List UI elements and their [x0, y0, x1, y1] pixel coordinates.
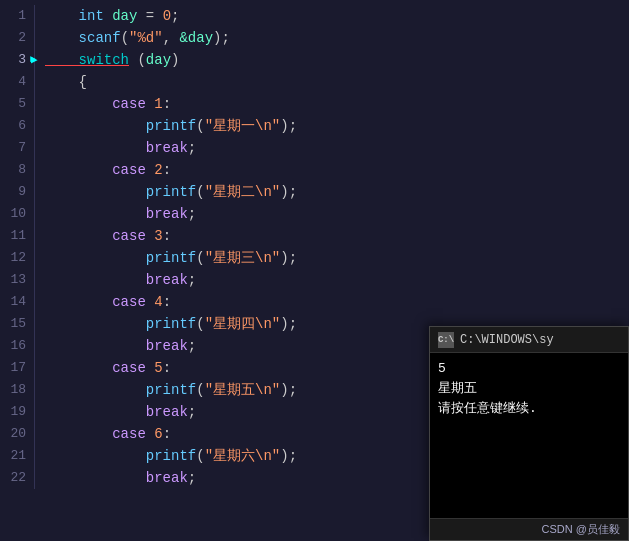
terminal-output-1: 5: [438, 359, 620, 379]
line-num-5: 5: [8, 93, 26, 115]
line-num-1: 1: [8, 5, 26, 27]
code-line-4: {: [45, 71, 629, 93]
line-num-20: 20: [8, 423, 26, 445]
code-line-5: case 1 :: [45, 93, 629, 115]
line-num-8: 8: [8, 159, 26, 181]
code-line-8: case 2 :: [45, 159, 629, 181]
line-num-14: 14: [8, 291, 26, 313]
terminal-footer-text: CSDN @员佳毅: [542, 522, 620, 537]
terminal-title: C:\WINDOWS\sy: [460, 333, 554, 347]
line-num-11: 11: [8, 225, 26, 247]
terminal-output-2: 星期五: [438, 379, 620, 399]
line-num-4: 4: [8, 71, 26, 93]
line-num-15: 15: [8, 313, 26, 335]
code-line-9: printf ( "星期二\n" );: [45, 181, 629, 203]
line-num-10: 10: [8, 203, 26, 225]
terminal-body: 5 星期五 请按任意键继续.: [430, 353, 628, 518]
code-line-10: break ;: [45, 203, 629, 225]
line-num-22: 22: [8, 467, 26, 489]
line-num-13: 13: [8, 269, 26, 291]
code-line-12: printf ( "星期三\n" );: [45, 247, 629, 269]
code-editor: 1 2 3 4 5 6 7 8 9 10 11 12 13 14 15 16 1…: [0, 0, 629, 541]
code-line-1: int day = 0 ;: [45, 5, 629, 27]
terminal-footer: CSDN @员佳毅: [430, 518, 628, 540]
line-num-16: 16: [8, 335, 26, 357]
line-num-7: 7: [8, 137, 26, 159]
line-num-9: 9: [8, 181, 26, 203]
code-line-11: case 3 :: [45, 225, 629, 247]
code-line-7: break ;: [45, 137, 629, 159]
code-line-14: case 4 :: [45, 291, 629, 313]
line-num-18: 18: [8, 379, 26, 401]
arrow-indicator: ▶: [31, 49, 38, 71]
terminal-titlebar: C:\ C:\WINDOWS\sy: [430, 327, 628, 353]
line-num-3: 3: [8, 49, 26, 71]
code-line-3: ▶ switch ( day ): [45, 49, 629, 71]
code-line-2: scanf ( "%d" , &day );: [45, 27, 629, 49]
line-num-17: 17: [8, 357, 26, 379]
line-num-19: 19: [8, 401, 26, 423]
terminal-output-3: 请按任意键继续.: [438, 399, 620, 419]
terminal-icon: C:\: [438, 332, 454, 348]
terminal-window: C:\ C:\WINDOWS\sy 5 星期五 请按任意键继续. CSDN @员…: [429, 326, 629, 541]
line-num-21: 21: [8, 445, 26, 467]
code-line-13: break ;: [45, 269, 629, 291]
line-num-12: 12: [8, 247, 26, 269]
line-num-2: 2: [8, 27, 26, 49]
line-num-6: 6: [8, 115, 26, 137]
code-line-6: printf ( "星期一\n" );: [45, 115, 629, 137]
line-numbers: 1 2 3 4 5 6 7 8 9 10 11 12 13 14 15 16 1…: [0, 5, 35, 489]
